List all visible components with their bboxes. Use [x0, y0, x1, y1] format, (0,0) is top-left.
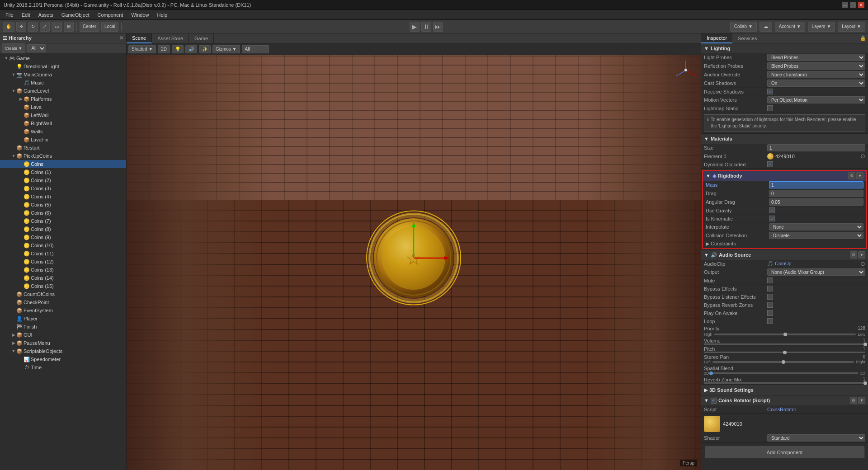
shaded-button[interactable]: Shaded ▼ — [128, 45, 156, 53]
collision-detection-select[interactable]: Discrete — [769, 232, 863, 239]
priority-thumb[interactable] — [783, 333, 787, 336]
play-button[interactable]: ▶ — [410, 22, 420, 32]
create-button[interactable]: Create ▼ — [2, 43, 25, 53]
tree-item-coins6[interactable]: 🪙 Coins (6) — [0, 209, 126, 217]
tree-item-coins12[interactable]: 🪙 Coins (12) — [0, 258, 126, 266]
coinsrotator-menu[interactable]: ▼ — [858, 397, 865, 404]
close-button[interactable]: ✕ — [858, 2, 864, 8]
shader-select[interactable]: Standard — [767, 434, 865, 442]
hierarchy-close[interactable]: ✕ — [119, 35, 123, 41]
tab-inspector[interactable]: Inspector — [701, 33, 732, 43]
maximize-button[interactable]: □ — [850, 2, 856, 8]
step-button[interactable]: ⏭ — [433, 22, 443, 32]
bypass-effects-checkbox[interactable] — [767, 286, 773, 291]
audiosource-header[interactable]: ▼ 🔊 Audio Source ⚙ ▼ — [701, 250, 868, 260]
tool-transform[interactable]: ⊞ — [64, 22, 74, 32]
sound-button[interactable]: 🔊 — [185, 45, 197, 53]
tree-item-coins7[interactable]: 🪙 Coins (7) — [0, 217, 126, 225]
bypass-reverb-checkbox[interactable] — [767, 302, 773, 308]
tree-item-coins2[interactable]: 🪙 Coins (2) — [0, 176, 126, 184]
layout-button[interactable]: Layout ▼ — [838, 22, 865, 32]
tree-item-platforms[interactable]: ▶ 📦 Platforms — [0, 95, 126, 103]
gizmos-filter[interactable] — [242, 45, 269, 53]
tree-item-coins15[interactable]: 🪙 Coins (15) — [0, 282, 126, 290]
lightmap-static-checkbox[interactable] — [767, 105, 773, 111]
tree-item-player[interactable]: 👤 Player — [0, 315, 126, 323]
cast-shadows-select[interactable]: On — [767, 80, 865, 87]
tree-item-leftwall[interactable]: 📦 LeftWall — [0, 111, 126, 119]
tree-item-time[interactable]: ⏱ Time — [0, 363, 126, 371]
tab-asset-store[interactable]: Asset Store — [152, 33, 189, 43]
tree-item-gamelevel[interactable]: ▼ 📦 GameLevel — [0, 87, 126, 95]
bypass-listener-checkbox[interactable] — [767, 294, 773, 300]
motion-vectors-select[interactable]: Per Object Motion — [767, 96, 865, 103]
mute-checkbox[interactable] — [767, 277, 773, 283]
tree-item-lava[interactable]: 📦 Lava — [0, 103, 126, 111]
menu-assets[interactable]: Assets — [35, 11, 57, 19]
tree-item-walls[interactable]: 📦 Walls — [0, 127, 126, 136]
tree-item-coins1[interactable]: 🪙 Coins (1) — [0, 168, 126, 176]
collab-button[interactable]: Collab ▼ — [730, 22, 757, 32]
rigidbody-settings[interactable]: ⚙ — [848, 172, 855, 179]
local-button[interactable]: Local — [101, 22, 118, 32]
tab-game[interactable]: Game — [189, 33, 214, 43]
pause-button[interactable]: ⏸ — [421, 22, 431, 32]
menu-help[interactable]: Help — [153, 11, 171, 19]
rigidbody-menu[interactable]: ▼ — [856, 172, 863, 179]
receive-shadows-checkbox[interactable] — [767, 89, 773, 94]
tab-scene[interactable]: Scene — [127, 33, 152, 43]
reverb-zone-thumb[interactable] — [863, 381, 867, 385]
volume-thumb[interactable] — [863, 343, 867, 346]
tree-item-eventsystem[interactable]: 📦 EventSystem — [0, 306, 126, 315]
coinsrotator-enabled[interactable] — [711, 398, 717, 404]
anchor-override-select[interactable]: None (Transform) — [767, 71, 865, 78]
audiosource-settings[interactable]: ⚙ — [850, 251, 857, 258]
tree-item-pickupcoins[interactable]: ▼ 📦 PickUpCoins — [0, 152, 126, 160]
menu-window[interactable]: Window — [127, 11, 152, 19]
sound3d-header[interactable]: ▶ 3D Sound Settings — [701, 385, 868, 395]
audioclip-link[interactable]: ⊙ — [860, 260, 865, 267]
tree-item-countofcoins[interactable]: 📦 CountOfCoins — [0, 290, 126, 298]
coinsrotator-header[interactable]: ▼ Coins Rotator (Script) ⚙ ▼ — [701, 395, 868, 405]
spatial-blend-slider[interactable] — [711, 372, 859, 374]
tool-rect[interactable]: ▭ — [52, 22, 62, 32]
tool-move[interactable]: ✛ — [16, 22, 26, 32]
volume-slider[interactable] — [704, 343, 865, 345]
tree-item-coins[interactable]: 🪙 Coins — [0, 160, 126, 168]
lighting-header[interactable]: ▼ Lighting — [701, 43, 868, 53]
reflection-probes-select[interactable]: Blend Probes — [767, 62, 865, 70]
scene-viewport[interactable]: ☆ Persp — [127, 55, 701, 470]
is-kinematic-checkbox[interactable] — [769, 216, 775, 221]
interpolate-select[interactable]: None — [769, 223, 863, 230]
menu-component[interactable]: Component — [94, 11, 127, 19]
lights-button[interactable]: 💡 — [172, 45, 184, 53]
center-button[interactable]: Center — [80, 22, 99, 32]
pitch-thumb[interactable] — [783, 351, 787, 354]
tree-item-maincamera[interactable]: ▼ 📷 MainCamera — [0, 70, 126, 79]
minimize-button[interactable]: — — [842, 2, 848, 8]
audiosource-menu[interactable]: ▼ — [858, 251, 865, 258]
cloud-button[interactable]: ☁ — [760, 22, 772, 32]
tree-item-game[interactable]: ▼ 🎮 Game — [0, 54, 126, 62]
gizmos-button[interactable]: Gizmos ▼ — [212, 45, 240, 53]
tree-item-coins14[interactable]: 🪙 Coins (14) — [0, 274, 126, 282]
element0-link[interactable]: ⊙ — [860, 153, 865, 160]
rigidbody-header[interactable]: ▼ ◈ Rigidbody ⚙ ▼ — [703, 171, 866, 181]
inspector-lock[interactable]: 🔒 — [860, 35, 866, 41]
tree-item-scriptableobjects[interactable]: ▼ 📦 ScriptableObjects — [0, 347, 126, 355]
light-probes-select[interactable]: Blend Probes — [767, 54, 865, 61]
stereo-pan-thumb[interactable] — [782, 360, 785, 364]
materials-header[interactable]: ▼ Materials — [701, 134, 868, 144]
tab-services[interactable]: Services — [732, 33, 762, 43]
coinsrotator-settings[interactable]: ⚙ — [850, 397, 857, 404]
materials-size-input[interactable] — [767, 144, 865, 151]
account-button[interactable]: Account ▼ — [775, 22, 805, 32]
reverb-zone-slider[interactable] — [704, 382, 865, 384]
tree-item-checkpoint[interactable]: 📦 CheckPoint — [0, 298, 126, 306]
tree-item-coins4[interactable]: 🪙 Coins (4) — [0, 193, 126, 201]
tree-item-pausemenu[interactable]: ▶ 📦 PauseMenu — [0, 339, 126, 347]
tree-item-coins3[interactable]: 🪙 Coins (3) — [0, 184, 126, 193]
pitch-slider[interactable] — [704, 352, 865, 353]
spatial-blend-thumb[interactable] — [709, 371, 713, 375]
menu-file[interactable]: File — [2, 11, 17, 19]
